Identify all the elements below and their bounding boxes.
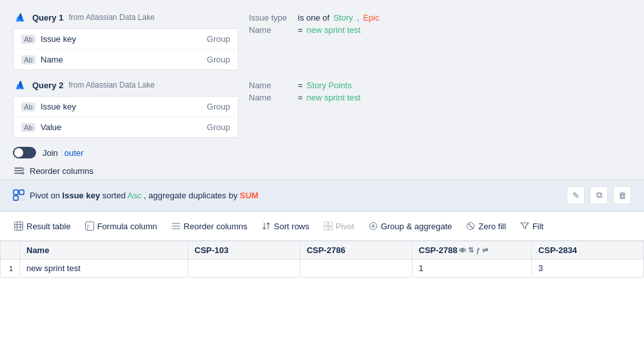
svg-rect-14	[324, 222, 327, 226]
cell-rownum-1: 1	[1, 260, 20, 278]
atlassian-logo-1	[13, 10, 27, 24]
data-table-container: Name CSP-103 CSP-2786 CSP-2788 👁	[0, 241, 644, 351]
field-group-1-0: Group	[207, 34, 230, 44]
svg-rect-16	[324, 227, 327, 231]
group-aggregate-icon	[369, 222, 378, 231]
pivot-button[interactable]: Pivot	[317, 218, 361, 235]
query-area: Query 1 from Atlassian Data Lake Ab Issu…	[0, 0, 644, 143]
group-aggregate-button[interactable]: Group & aggregate	[362, 218, 459, 235]
query-1-filter-1: Name = new sprint test	[249, 25, 379, 35]
query-1-fields: Ab Issue key Group Ab Name Group	[13, 28, 239, 70]
reorder-icon	[13, 165, 24, 176]
pivot-edit-button[interactable]: ✎	[567, 186, 585, 204]
pivot-delete-button[interactable]: 🗑	[613, 186, 631, 204]
filter-button[interactable]: Filt	[514, 218, 550, 235]
group-aggregate-label: Group & aggregate	[381, 222, 453, 231]
query-2-left: Query 2 from Atlassian Data Lake Ab Issu…	[13, 78, 239, 138]
result-table-label: Result table	[26, 222, 71, 231]
col-header-csp2786[interactable]: CSP-2786	[300, 242, 412, 260]
pivot-agg-label: , aggregate duplicates by	[144, 191, 240, 200]
result-table-button[interactable]: Result table	[8, 218, 77, 235]
reorder-label: Reorder columns	[30, 166, 93, 176]
field-name-issue-key-1: Issue key	[41, 34, 202, 44]
field-group-1-1: Group	[207, 55, 230, 64]
result-table-icon	[14, 222, 23, 231]
pivot-description: Pivot on Issue key sorted Asc , aggregat…	[30, 191, 561, 200]
field-name-value-2: Value	[41, 122, 202, 132]
filter-op-name-2b: =	[298, 93, 303, 102]
join-row: Join outer	[0, 143, 644, 162]
join-toggle[interactable]	[13, 147, 36, 158]
field-type-ab-1: Ab	[21, 35, 35, 44]
pivot-sort-val: Asc	[128, 191, 142, 200]
pivot-copy-button[interactable]: ⧉	[590, 186, 608, 204]
field-type-ab-2: Ab	[21, 55, 35, 64]
svg-rect-6	[19, 196, 24, 200]
sort-rows-button[interactable]: Sort rows	[255, 218, 316, 235]
pivot-row: Pivot on Issue key sorted Asc , aggregat…	[0, 179, 644, 211]
query-1-left: Query 1 from Atlassian Data Lake Ab Issu…	[13, 10, 239, 70]
reorder-columns-button[interactable]: Reorder columns	[165, 218, 254, 235]
sort-rows-icon	[262, 222, 271, 231]
cell-csp103-1	[188, 260, 300, 278]
query-1-title: Query 1	[32, 13, 63, 23]
cell-name-1: new sprint test	[20, 260, 188, 278]
pivot-actions: ✎ ⧉ 🗑	[567, 186, 631, 204]
query-2-filters: Name = Story Points Name = new sprint te…	[249, 78, 360, 102]
pivot-sorted-label: sorted	[102, 191, 128, 200]
filter-op-name-2a: =	[298, 81, 303, 90]
svg-rect-1	[14, 170, 23, 171]
filter-op-1-0: is one of	[298, 13, 329, 23]
col-header-rownum	[1, 242, 20, 260]
query-2-source: from Atlassian Data Lake	[68, 81, 154, 90]
pivot-icon	[13, 189, 24, 201]
query-1-block: Query 1 from Atlassian Data Lake Ab Issu…	[13, 10, 631, 70]
sort-rows-label: Sort rows	[274, 222, 309, 231]
query-1-field-0: Ab Issue key Group	[14, 29, 238, 50]
pivot-key: Issue key	[63, 191, 101, 200]
query-2-filter-0: Name = Story Points	[249, 81, 360, 90]
reorder-columns-label: Reorder columns	[184, 222, 248, 231]
svg-rect-2	[14, 173, 23, 174]
formula-column-label: Formula column	[97, 222, 157, 231]
svg-rect-17	[328, 227, 332, 231]
query-1-source: from Atlassian Data Lake	[68, 13, 154, 22]
reorder-row: Reorder columns	[0, 162, 644, 179]
zero-fill-button[interactable]: Zero fill	[460, 218, 512, 235]
col-icon-fx: ƒ	[476, 247, 480, 254]
table-row: 1 new sprint test 1 3	[1, 260, 644, 278]
filter-key-name-2a: Name	[249, 81, 294, 90]
filter-icon	[520, 222, 529, 231]
filter-val-sprint-2: new sprint test	[307, 93, 361, 102]
svg-rect-7	[15, 222, 23, 231]
svg-rect-4	[19, 190, 24, 194]
formula-column-button[interactable]: ƒ Formula column	[79, 218, 164, 235]
field-name-issue-key-2: Issue key	[41, 102, 202, 111]
query-1-filters: Issue type is one of Story, Epic Name = …	[249, 10, 379, 35]
query-1-header: Query 1 from Atlassian Data Lake	[13, 10, 239, 24]
field-name-name-1: Name	[41, 55, 202, 64]
query-2-field-1: Ab Value Group	[14, 117, 238, 137]
query-2-title: Query 2	[32, 81, 63, 90]
query-1-filter-0: Issue type is one of Story, Epic	[249, 13, 379, 23]
col-icon-merge: ⇌	[482, 246, 488, 254]
col-header-name[interactable]: Name	[20, 242, 188, 260]
pivot-toolbar-label: Pivot	[336, 222, 355, 231]
col-header-csp103[interactable]: CSP-103	[188, 242, 300, 260]
main-container: Query 1 from Atlassian Data Lake Ab Issu…	[0, 0, 644, 351]
filter-key-name-2b: Name	[249, 93, 294, 102]
field-type-ab-3: Ab	[21, 102, 35, 111]
cell-csp2834-1: 3	[532, 260, 644, 278]
svg-rect-3	[14, 190, 18, 194]
query-2-block: Query 2 from Atlassian Data Lake Ab Issu…	[13, 78, 631, 138]
col-icon-sort: ⇅	[468, 246, 474, 254]
field-group-2-0: Group	[207, 102, 230, 111]
filter-val-story: Story	[333, 13, 353, 23]
svg-text:ƒ: ƒ	[86, 223, 90, 230]
svg-rect-0	[14, 167, 23, 169]
col-header-csp2834[interactable]: CSP-2834	[532, 242, 644, 260]
col-header-csp2788[interactable]: CSP-2788 👁 ⇅ ƒ ⇌	[412, 242, 532, 260]
zero-fill-label: Zero fill	[478, 222, 506, 231]
join-type[interactable]: outer	[64, 148, 84, 158]
cell-csp2786-1	[300, 260, 412, 278]
